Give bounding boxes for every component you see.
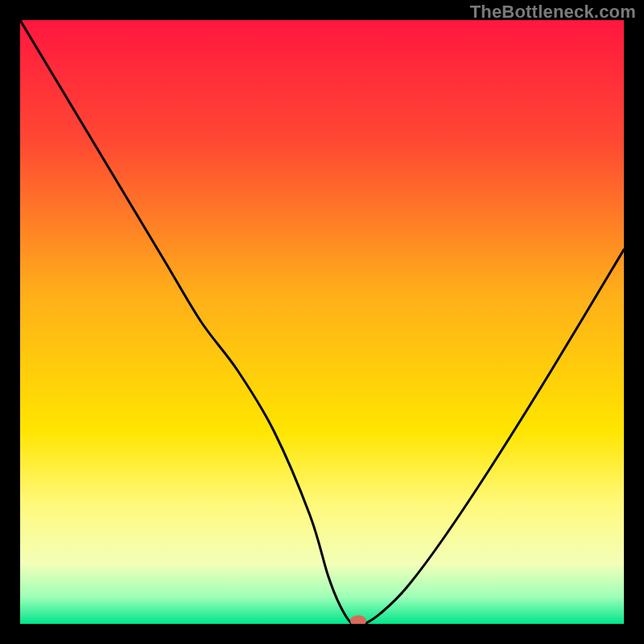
bottleneck-chart bbox=[20, 20, 624, 624]
chart-background bbox=[20, 20, 624, 624]
